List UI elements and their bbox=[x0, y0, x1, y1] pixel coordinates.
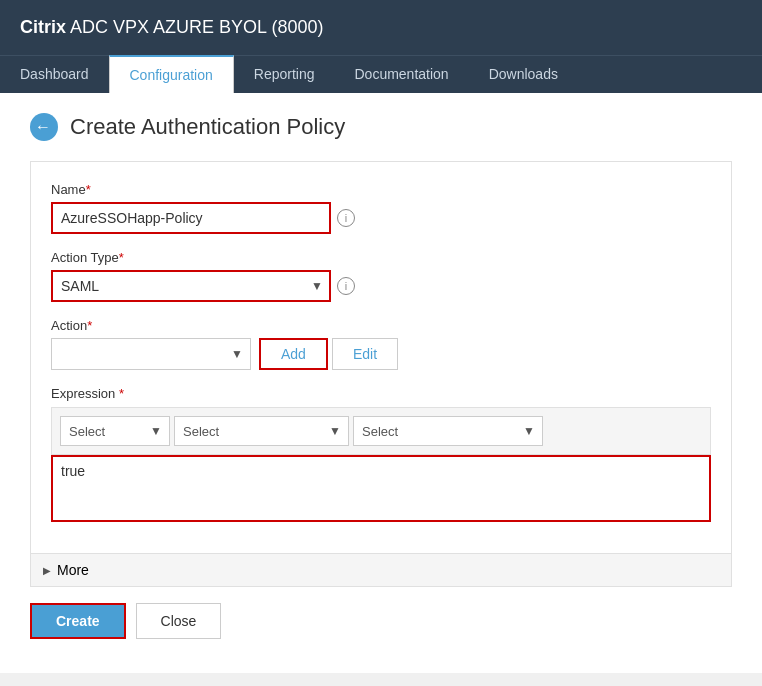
back-arrow-icon: ← bbox=[35, 119, 51, 135]
expression-textarea[interactable]: true bbox=[53, 457, 709, 517]
name-input[interactable] bbox=[51, 202, 331, 234]
action-group: Action* ▼ Add Edit bbox=[51, 318, 711, 370]
nav-item-configuration[interactable]: Configuration bbox=[109, 55, 234, 93]
page-title-row: ← Create Authentication Policy bbox=[30, 113, 732, 141]
nav-item-reporting[interactable]: Reporting bbox=[234, 56, 335, 93]
action-type-info-icon[interactable]: i bbox=[337, 277, 355, 295]
expression-select-3[interactable]: Select bbox=[353, 416, 543, 446]
page-title: Create Authentication Policy bbox=[70, 114, 345, 140]
action-label: Action* bbox=[51, 318, 711, 333]
nav-item-dashboard[interactable]: Dashboard bbox=[0, 56, 109, 93]
expr-select3-wrapper: Select ▼ bbox=[353, 416, 543, 446]
expression-textarea-wrapper: true bbox=[51, 455, 711, 522]
form-section: Name* i Action Type* SAML LDAP RADIUS ▼ bbox=[30, 161, 732, 554]
main-nav: Dashboard Configuration Reporting Docume… bbox=[0, 55, 762, 93]
action-select[interactable] bbox=[51, 338, 251, 370]
app-title-bold: Citrix bbox=[20, 17, 66, 37]
action-type-label: Action Type* bbox=[51, 250, 711, 265]
nav-item-documentation[interactable]: Documentation bbox=[334, 56, 468, 93]
app-title: Citrix ADC VPX AZURE BYOL (8000) bbox=[20, 17, 323, 38]
action-type-select-wrapper: SAML LDAP RADIUS ▼ bbox=[51, 270, 331, 302]
more-label: More bbox=[57, 562, 89, 578]
edit-button[interactable]: Edit bbox=[332, 338, 398, 370]
action-row: ▼ Add Edit bbox=[51, 338, 711, 370]
expression-selects-row: Select ▼ Select ▼ Select ▼ bbox=[51, 407, 711, 455]
main-content: ← Create Authentication Policy Name* i A… bbox=[0, 93, 762, 673]
name-info-icon[interactable]: i bbox=[337, 209, 355, 227]
add-button[interactable]: Add bbox=[259, 338, 328, 370]
app-title-rest: ADC VPX AZURE BYOL (8000) bbox=[66, 17, 323, 37]
expression-select-2[interactable]: Select bbox=[174, 416, 349, 446]
more-expand-icon: ▶ bbox=[43, 565, 51, 576]
expr-select1-wrapper: Select ▼ bbox=[60, 416, 170, 446]
expression-label: Expression * bbox=[51, 386, 711, 401]
create-button[interactable]: Create bbox=[30, 603, 126, 639]
expr-select2-wrapper: Select ▼ bbox=[174, 416, 349, 446]
action-type-select[interactable]: SAML LDAP RADIUS bbox=[51, 270, 331, 302]
back-button[interactable]: ← bbox=[30, 113, 58, 141]
name-label: Name* bbox=[51, 182, 711, 197]
nav-item-downloads[interactable]: Downloads bbox=[469, 56, 578, 93]
app-header: Citrix ADC VPX AZURE BYOL (8000) bbox=[0, 0, 762, 55]
name-group: Name* i bbox=[51, 182, 711, 234]
action-select-wrapper: ▼ bbox=[51, 338, 251, 370]
close-button[interactable]: Close bbox=[136, 603, 222, 639]
expression-group: Expression * Select ▼ Select ▼ bbox=[51, 386, 711, 522]
more-section[interactable]: ▶ More bbox=[30, 554, 732, 587]
bottom-buttons: Create Close bbox=[30, 603, 732, 639]
action-type-group: Action Type* SAML LDAP RADIUS ▼ i bbox=[51, 250, 711, 302]
expression-select-1[interactable]: Select bbox=[60, 416, 170, 446]
